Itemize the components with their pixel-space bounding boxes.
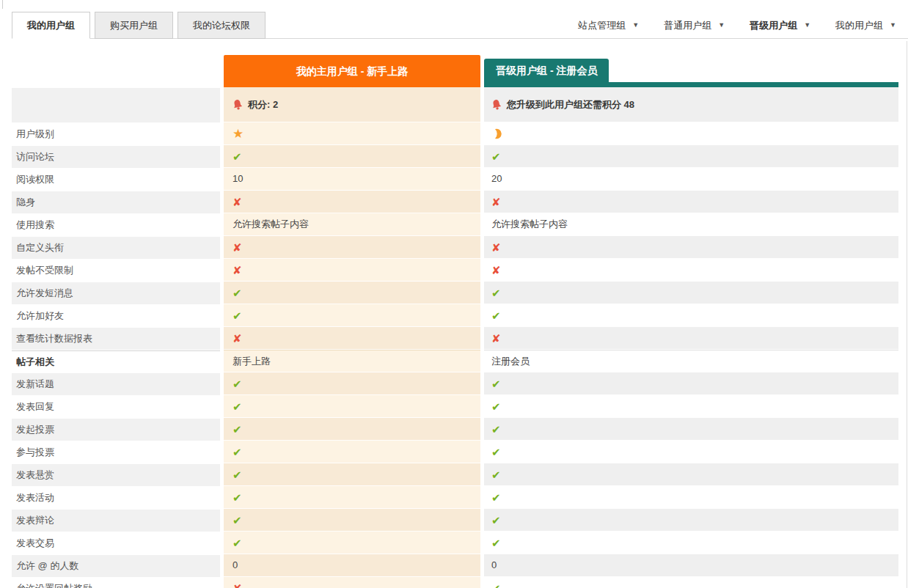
upgrade-group-value-cell: 20 (484, 168, 898, 191)
check-icon: ✔ (491, 537, 501, 548)
primary-group-value-cell: 0 (224, 554, 480, 577)
upgrade-group-value-cell: ✔ (484, 532, 898, 554)
check-icon: ✔ (491, 424, 501, 435)
upgrade-group-value-cell: ✔ (484, 282, 898, 304)
cross-icon: ✘ (233, 265, 242, 276)
value-text: 0 (233, 554, 238, 576)
upgrade-group-header-underline (484, 82, 898, 87)
value-text: 新手上路 (233, 350, 271, 372)
check-icon: ✔ (491, 492, 501, 503)
group-dropdown-label: 晋级用户组 (750, 19, 797, 32)
group-dropdown-2[interactable]: 晋级用户组▼ (750, 19, 810, 32)
upgrade-group-value-cell: ✔ (484, 463, 898, 486)
primary-group-value-cell: ✔ (224, 145, 480, 168)
permission-label: 帖子相关 (12, 350, 220, 373)
primary-group-value-cell: ✔ (224, 304, 480, 327)
check-icon: ✔ (491, 287, 501, 298)
permission-label: 发表活动 (12, 487, 220, 510)
value-text: 允许搜索帖子内容 (233, 213, 309, 235)
primary-credits-text: 积分: 2 (248, 94, 278, 116)
primary-group-value-cell: ✘ (224, 577, 480, 588)
chevron-down-icon: ▼ (718, 22, 725, 29)
upgrade-group-value-cell: ✔ (484, 441, 898, 463)
star-icon: ★ (233, 128, 244, 140)
upgrade-group-value-cell: ✔ (484, 486, 898, 509)
permission-label: 发表回复 (12, 396, 220, 419)
upgrade-group-value-cell: 注册会员 (484, 350, 898, 372)
bell-icon (233, 99, 243, 111)
primary-group-value-cell: ✔ (224, 486, 480, 509)
permission-label: 访问论坛 (12, 146, 220, 169)
check-icon: ✔ (233, 401, 242, 412)
permission-label: 阅读权限 (12, 169, 220, 191)
check-icon: ✔ (491, 310, 501, 321)
permission-label: 允许 @ 的人数 (12, 555, 220, 578)
permission-label: 自定义头衔 (12, 237, 220, 260)
upgrade-group-value-cell: 0 (484, 554, 898, 577)
value-text: 10 (233, 168, 243, 190)
cross-icon: ✘ (233, 196, 242, 207)
upgrade-group-column: 晋级用户组 - 注册会员 您升级到此用户组还需积分 48 ✔20✘允许搜索帖子内… (484, 55, 898, 588)
group-dropdown-1[interactable]: 普通用户组▼ (664, 19, 725, 32)
upgrade-group-header-tab: 晋级用户组 - 注册会员 (484, 59, 609, 82)
tab-0[interactable]: 我的用户组 (12, 12, 90, 39)
check-icon: ✔ (491, 401, 501, 412)
check-icon: ✔ (491, 446, 501, 457)
permission-label: 发表交易 (12, 532, 220, 555)
cross-icon: ✘ (233, 242, 242, 253)
upgrade-group-value-cell: ✔ (484, 509, 898, 532)
check-icon: ✔ (233, 424, 242, 435)
upgrade-group-value-cell: ✘ (484, 236, 898, 259)
primary-group-value-cell: ✘ (224, 191, 480, 213)
group-dropdown-label: 普通用户组 (664, 19, 711, 32)
upgrade-group-value-cell (484, 122, 898, 145)
permission-label: 发表悬赏 (12, 464, 220, 487)
primary-group-value-cell: ✘ (224, 236, 480, 259)
upgrade-group-value-cell: ✘ (484, 191, 898, 213)
upgrade-group-value-cell: ✔ (484, 372, 898, 395)
tab-2[interactable]: 我的论坛权限 (177, 12, 266, 39)
tab-1[interactable]: 购买用户组 (95, 12, 173, 39)
permission-label-column: 用户级别访问论坛阅读权限隐身使用搜索自定义头衔发帖不受限制允许发短消息允许加好友… (12, 55, 220, 588)
cross-icon: ✘ (491, 333, 501, 344)
label-column-header-spacer (12, 55, 220, 88)
value-text: 0 (491, 554, 497, 576)
primary-group-value-cell: ✔ (224, 282, 480, 304)
check-icon: ✔ (233, 515, 242, 526)
check-icon: ✔ (491, 583, 501, 588)
primary-group-value-cell: ✘ (224, 259, 480, 282)
upgrade-group-value-cell: ✘ (484, 259, 898, 282)
chevron-down-icon: ▼ (804, 22, 810, 29)
primary-group-value-cell: ✔ (224, 418, 480, 441)
permission-label: 发帖不受限制 (12, 260, 220, 282)
primary-group-value-cell: ✘ (224, 327, 480, 350)
chevron-down-icon: ▼ (632, 22, 639, 29)
upgrade-credits-cell: 您升级到此用户组还需积分 48 (484, 87, 898, 122)
group-dropdown-label: 站点管理组 (578, 19, 626, 32)
check-icon: ✔ (233, 378, 242, 389)
upgrade-group-value-cell: ✔ (484, 577, 898, 588)
primary-group-value-cell: ✔ (224, 441, 480, 463)
check-icon: ✔ (233, 469, 242, 480)
upgrade-credits-text: 您升级到此用户组还需积分 48 (507, 94, 634, 116)
upgrade-group-header: 晋级用户组 - 注册会员 (484, 55, 898, 87)
cross-icon: ✘ (233, 583, 242, 588)
value-text: 允许搜索帖子内容 (491, 213, 568, 235)
primary-group-header: 我的主用户组 - 新手上路 (224, 55, 480, 87)
primary-group-value-cell: 允许搜索帖子内容 (224, 213, 480, 236)
primary-group-value-cell: ✔ (224, 509, 480, 532)
check-icon: ✔ (233, 492, 242, 503)
bell-icon (491, 99, 502, 111)
usergroup-dropdown-nav: 站点管理组▼普通用户组▼晋级用户组▼我的用户组▼ (578, 12, 896, 39)
primary-group-value-cell: ✔ (224, 395, 480, 418)
page-edge-tick (2, 0, 3, 9)
group-dropdown-3[interactable]: 我的用户组▼ (835, 19, 896, 32)
permission-label: 使用搜索 (12, 214, 220, 237)
top-tab-bar: 我的用户组购买用户组我的论坛权限 站点管理组▼普通用户组▼晋级用户组▼我的用户组… (0, 12, 908, 39)
check-icon: ✔ (233, 537, 242, 548)
permission-label: 用户级别 (12, 123, 220, 146)
primary-group-value-cell: ✔ (224, 372, 480, 395)
upgrade-group-value-cell: ✘ (484, 327, 898, 350)
group-dropdown-0[interactable]: 站点管理组▼ (578, 19, 639, 32)
permission-label: 允许设置回帖奖励 (12, 578, 220, 588)
